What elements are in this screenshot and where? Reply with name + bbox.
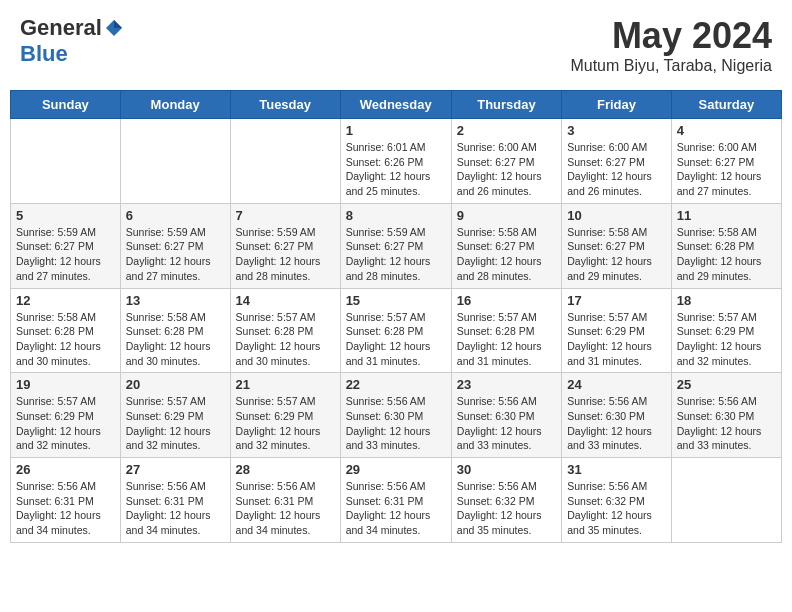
- day-info: Sunrise: 5:59 AM Sunset: 6:27 PM Dayligh…: [126, 225, 225, 284]
- day-info: Sunrise: 5:57 AM Sunset: 6:29 PM Dayligh…: [236, 394, 335, 453]
- day-number: 14: [236, 293, 335, 308]
- day-number: 28: [236, 462, 335, 477]
- day-number: 31: [567, 462, 666, 477]
- day-number: 24: [567, 377, 666, 392]
- day-number: 11: [677, 208, 776, 223]
- day-number: 2: [457, 123, 556, 138]
- day-info: Sunrise: 6:00 AM Sunset: 6:27 PM Dayligh…: [677, 140, 776, 199]
- day-info: Sunrise: 5:56 AM Sunset: 6:31 PM Dayligh…: [16, 479, 115, 538]
- day-number: 17: [567, 293, 666, 308]
- calendar-day-cell: 25Sunrise: 5:56 AM Sunset: 6:30 PM Dayli…: [671, 373, 781, 458]
- day-info: Sunrise: 5:58 AM Sunset: 6:27 PM Dayligh…: [457, 225, 556, 284]
- calendar-day-cell: 26Sunrise: 5:56 AM Sunset: 6:31 PM Dayli…: [11, 458, 121, 543]
- calendar-day-cell: 13Sunrise: 5:58 AM Sunset: 6:28 PM Dayli…: [120, 288, 230, 373]
- day-number: 7: [236, 208, 335, 223]
- calendar-week-row: 1Sunrise: 6:01 AM Sunset: 6:26 PM Daylig…: [11, 119, 782, 204]
- day-info: Sunrise: 5:56 AM Sunset: 6:31 PM Dayligh…: [346, 479, 446, 538]
- day-info: Sunrise: 6:00 AM Sunset: 6:27 PM Dayligh…: [457, 140, 556, 199]
- day-of-week-header: Friday: [562, 91, 672, 119]
- day-number: 8: [346, 208, 446, 223]
- calendar-week-row: 19Sunrise: 5:57 AM Sunset: 6:29 PM Dayli…: [11, 373, 782, 458]
- calendar-week-row: 12Sunrise: 5:58 AM Sunset: 6:28 PM Dayli…: [11, 288, 782, 373]
- day-number: 30: [457, 462, 556, 477]
- calendar-day-cell: 29Sunrise: 5:56 AM Sunset: 6:31 PM Dayli…: [340, 458, 451, 543]
- logo-general-text: General: [20, 15, 102, 41]
- day-number: 4: [677, 123, 776, 138]
- calendar-day-cell: 16Sunrise: 5:57 AM Sunset: 6:28 PM Dayli…: [451, 288, 561, 373]
- day-number: 3: [567, 123, 666, 138]
- day-info: Sunrise: 5:56 AM Sunset: 6:30 PM Dayligh…: [457, 394, 556, 453]
- calendar-day-cell: 21Sunrise: 5:57 AM Sunset: 6:29 PM Dayli…: [230, 373, 340, 458]
- calendar-week-row: 5Sunrise: 5:59 AM Sunset: 6:27 PM Daylig…: [11, 203, 782, 288]
- calendar-day-cell: 23Sunrise: 5:56 AM Sunset: 6:30 PM Dayli…: [451, 373, 561, 458]
- day-info: Sunrise: 5:56 AM Sunset: 6:32 PM Dayligh…: [457, 479, 556, 538]
- day-info: Sunrise: 5:57 AM Sunset: 6:29 PM Dayligh…: [677, 310, 776, 369]
- calendar-day-cell: 18Sunrise: 5:57 AM Sunset: 6:29 PM Dayli…: [671, 288, 781, 373]
- calendar-day-cell: 22Sunrise: 5:56 AM Sunset: 6:30 PM Dayli…: [340, 373, 451, 458]
- calendar-day-cell: 28Sunrise: 5:56 AM Sunset: 6:31 PM Dayli…: [230, 458, 340, 543]
- day-info: Sunrise: 5:57 AM Sunset: 6:28 PM Dayligh…: [236, 310, 335, 369]
- day-info: Sunrise: 5:58 AM Sunset: 6:27 PM Dayligh…: [567, 225, 666, 284]
- calendar-day-cell: 1Sunrise: 6:01 AM Sunset: 6:26 PM Daylig…: [340, 119, 451, 204]
- day-info: Sunrise: 6:01 AM Sunset: 6:26 PM Dayligh…: [346, 140, 446, 199]
- page-header: General Blue May 2024 Mutum Biyu, Taraba…: [10, 10, 782, 80]
- logo-icon: [104, 18, 124, 38]
- day-number: 19: [16, 377, 115, 392]
- calendar-day-cell: 20Sunrise: 5:57 AM Sunset: 6:29 PM Dayli…: [120, 373, 230, 458]
- calendar-day-cell: 15Sunrise: 5:57 AM Sunset: 6:28 PM Dayli…: [340, 288, 451, 373]
- day-info: Sunrise: 5:59 AM Sunset: 6:27 PM Dayligh…: [16, 225, 115, 284]
- calendar-day-cell: [230, 119, 340, 204]
- day-of-week-header: Thursday: [451, 91, 561, 119]
- day-number: 29: [346, 462, 446, 477]
- title-section: May 2024 Mutum Biyu, Taraba, Nigeria: [570, 15, 772, 75]
- day-info: Sunrise: 5:58 AM Sunset: 6:28 PM Dayligh…: [126, 310, 225, 369]
- day-number: 25: [677, 377, 776, 392]
- day-info: Sunrise: 5:57 AM Sunset: 6:28 PM Dayligh…: [457, 310, 556, 369]
- day-number: 26: [16, 462, 115, 477]
- calendar-day-cell: 14Sunrise: 5:57 AM Sunset: 6:28 PM Dayli…: [230, 288, 340, 373]
- day-number: 5: [16, 208, 115, 223]
- calendar-day-cell: [671, 458, 781, 543]
- day-info: Sunrise: 5:58 AM Sunset: 6:28 PM Dayligh…: [677, 225, 776, 284]
- calendar-day-cell: 10Sunrise: 5:58 AM Sunset: 6:27 PM Dayli…: [562, 203, 672, 288]
- day-number: 15: [346, 293, 446, 308]
- calendar-day-cell: 3Sunrise: 6:00 AM Sunset: 6:27 PM Daylig…: [562, 119, 672, 204]
- day-number: 13: [126, 293, 225, 308]
- day-number: 27: [126, 462, 225, 477]
- calendar-day-cell: 9Sunrise: 5:58 AM Sunset: 6:27 PM Daylig…: [451, 203, 561, 288]
- calendar-day-cell: 8Sunrise: 5:59 AM Sunset: 6:27 PM Daylig…: [340, 203, 451, 288]
- day-info: Sunrise: 5:58 AM Sunset: 6:28 PM Dayligh…: [16, 310, 115, 369]
- day-of-week-header: Sunday: [11, 91, 121, 119]
- calendar-day-cell: 12Sunrise: 5:58 AM Sunset: 6:28 PM Dayli…: [11, 288, 121, 373]
- day-info: Sunrise: 5:56 AM Sunset: 6:30 PM Dayligh…: [567, 394, 666, 453]
- day-info: Sunrise: 5:59 AM Sunset: 6:27 PM Dayligh…: [346, 225, 446, 284]
- day-of-week-header: Saturday: [671, 91, 781, 119]
- calendar-day-cell: [120, 119, 230, 204]
- calendar-header-row: SundayMondayTuesdayWednesdayThursdayFrid…: [11, 91, 782, 119]
- calendar-day-cell: 7Sunrise: 5:59 AM Sunset: 6:27 PM Daylig…: [230, 203, 340, 288]
- day-info: Sunrise: 5:59 AM Sunset: 6:27 PM Dayligh…: [236, 225, 335, 284]
- calendar-day-cell: 2Sunrise: 6:00 AM Sunset: 6:27 PM Daylig…: [451, 119, 561, 204]
- day-number: 10: [567, 208, 666, 223]
- day-number: 6: [126, 208, 225, 223]
- calendar-day-cell: 19Sunrise: 5:57 AM Sunset: 6:29 PM Dayli…: [11, 373, 121, 458]
- day-number: 21: [236, 377, 335, 392]
- day-info: Sunrise: 5:56 AM Sunset: 6:30 PM Dayligh…: [677, 394, 776, 453]
- day-number: 18: [677, 293, 776, 308]
- day-number: 23: [457, 377, 556, 392]
- day-number: 22: [346, 377, 446, 392]
- day-number: 16: [457, 293, 556, 308]
- calendar-day-cell: 11Sunrise: 5:58 AM Sunset: 6:28 PM Dayli…: [671, 203, 781, 288]
- calendar-day-cell: 27Sunrise: 5:56 AM Sunset: 6:31 PM Dayli…: [120, 458, 230, 543]
- day-info: Sunrise: 5:56 AM Sunset: 6:30 PM Dayligh…: [346, 394, 446, 453]
- day-of-week-header: Tuesday: [230, 91, 340, 119]
- calendar-day-cell: 17Sunrise: 5:57 AM Sunset: 6:29 PM Dayli…: [562, 288, 672, 373]
- day-of-week-header: Monday: [120, 91, 230, 119]
- day-info: Sunrise: 5:57 AM Sunset: 6:28 PM Dayligh…: [346, 310, 446, 369]
- day-info: Sunrise: 5:56 AM Sunset: 6:32 PM Dayligh…: [567, 479, 666, 538]
- location-subtitle: Mutum Biyu, Taraba, Nigeria: [570, 57, 772, 75]
- day-of-week-header: Wednesday: [340, 91, 451, 119]
- logo-blue-text: Blue: [20, 41, 68, 67]
- calendar-day-cell: 6Sunrise: 5:59 AM Sunset: 6:27 PM Daylig…: [120, 203, 230, 288]
- day-number: 9: [457, 208, 556, 223]
